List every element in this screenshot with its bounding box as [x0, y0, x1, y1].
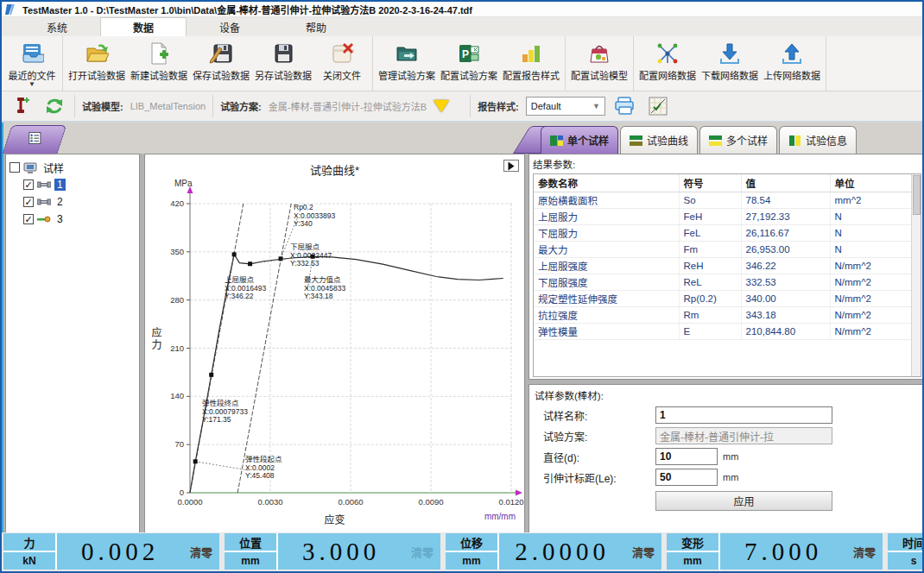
- open-data-button[interactable]: 打开试验数据: [66, 36, 128, 91]
- results-row[interactable]: 上屈服强度ReH346.22N/mm^2: [534, 258, 912, 274]
- config-network-button[interactable]: 配置网络数据: [636, 36, 699, 91]
- diameter-input[interactable]: [655, 448, 718, 465]
- results-row[interactable]: 原始横截面积So78.54mm^2: [534, 192, 912, 209]
- tree-item-2[interactable]: ✓ 2: [23, 193, 136, 211]
- menu-help[interactable]: 帮助: [273, 17, 359, 36]
- tab-test-curve[interactable]: 试验曲线: [620, 126, 698, 154]
- ribbon-group-network: 配置网络数据 下载网络数据 上传网络数据: [634, 36, 826, 91]
- new-data-button[interactable]: 新建试验数据: [128, 36, 190, 91]
- manage-scheme-folder-icon: [395, 41, 419, 66]
- svg-text:0.0030: 0.0030: [257, 497, 282, 507]
- svg-text:420: 420: [170, 198, 184, 208]
- col-unit[interactable]: 单位: [830, 174, 912, 192]
- results-cell: N/mm^2: [830, 324, 912, 340]
- results-panel: 结果参数: 参数名称 符号 值 单位 原始横截面积So78.54mm^: [528, 154, 924, 380]
- config-scheme-button[interactable]: P 配置试验方案: [438, 36, 500, 91]
- svg-text:弹性段终点: 弹性段终点: [202, 399, 239, 407]
- results-cell: 弹性模量: [534, 324, 679, 340]
- results-row[interactable]: 规定塑性延伸强度Rp(0.2)340.00N/mm^2: [534, 291, 912, 307]
- tab-label: 单个试样: [567, 133, 609, 148]
- tab-test-info[interactable]: 试验信息: [779, 126, 857, 154]
- save-data-button[interactable]: 保存试验数据: [190, 36, 252, 91]
- menu-system[interactable]: 系统: [14, 17, 100, 36]
- close-file-button[interactable]: 关闭文件: [314, 36, 370, 91]
- tab-single-specimen[interactable]: 单个试样: [541, 126, 618, 154]
- chart-popout-button[interactable]: [503, 160, 519, 172]
- x-axis-unit: mm/mm: [484, 512, 516, 521]
- status-bar: 力 kN 0.002 清零 位置 mm 3.000 清零 位移 mm 2.000…: [2, 532, 922, 571]
- root-checkbox[interactable]: [9, 162, 20, 173]
- report-style-select[interactable]: Default ▼: [526, 97, 605, 116]
- position-clear-button[interactable]: 清零: [404, 533, 440, 570]
- upload-network-button[interactable]: 上传网络数据: [761, 36, 823, 91]
- svg-text:Y:332.53: Y:332.53: [290, 259, 320, 268]
- item-checkbox[interactable]: ✓: [23, 214, 34, 224]
- results-scrollbar[interactable]: [911, 174, 921, 376]
- tree-item-3[interactable]: ✓ 3: [23, 211, 136, 228]
- stress-strain-chart[interactable]: 0701402102803504200.00000.00300.00600.00…: [145, 154, 524, 532]
- gauge-length-unit: mm: [723, 472, 738, 482]
- scheme-value: 金属-棒材-普通引伸计-拉伸试验方法B: [269, 99, 427, 113]
- menu-data[interactable]: 数据: [100, 17, 187, 36]
- specimen-name-input[interactable]: [655, 406, 832, 424]
- results-row[interactable]: 抗拉强度Rm343.18N/mm^2: [534, 307, 912, 324]
- results-row[interactable]: 上屈服力FeH27,192.33N: [534, 209, 912, 225]
- scrollbar-thumb[interactable]: [913, 175, 921, 215]
- save-as-data-button[interactable]: 另存试验数据: [252, 36, 314, 91]
- item-checkbox[interactable]: ✓: [23, 179, 34, 190]
- add-specimen-button[interactable]: [9, 94, 35, 118]
- scheme-warning-icon[interactable]: [434, 100, 449, 112]
- refresh-button[interactable]: [41, 94, 67, 118]
- results-row[interactable]: 弹性模量E210,844.80N/mm^2: [534, 324, 912, 340]
- report-preview-button[interactable]: [645, 94, 671, 118]
- item-checkbox[interactable]: ✓: [23, 197, 34, 207]
- tab-multi-specimen[interactable]: 多个试样: [699, 126, 777, 154]
- results-cell: 78.54: [741, 192, 830, 209]
- menu-device[interactable]: 设备: [187, 17, 273, 36]
- displacement-value: 2.0000: [499, 533, 625, 570]
- svg-text:70: 70: [174, 439, 184, 449]
- single-specimen-icon: [550, 135, 563, 147]
- col-value[interactable]: 值: [741, 174, 830, 192]
- results-cell: 规定塑性延伸强度: [534, 291, 679, 307]
- apply-button[interactable]: 应用: [655, 491, 832, 511]
- gauge-length-input[interactable]: [655, 469, 718, 486]
- channel-force: 力 kN 0.002 清零: [3, 533, 219, 570]
- print-report-button[interactable]: [612, 94, 638, 118]
- tab-sample-list[interactable]: [3, 125, 67, 154]
- multi-specimen-icon: [709, 135, 722, 147]
- col-symbol[interactable]: 符号: [679, 174, 741, 192]
- manage-scheme-button[interactable]: 管理试验方案: [376, 36, 438, 91]
- tree-item-1[interactable]: ✓ 1: [23, 176, 136, 193]
- download-network-button[interactable]: 下载网络数据: [699, 36, 761, 91]
- results-cell: 26,953.00: [741, 242, 830, 258]
- results-row[interactable]: 下屈服力FeL26,116.67N: [534, 225, 912, 242]
- svg-text:X:0.00079733: X:0.00079733: [202, 407, 248, 416]
- force-clear-button[interactable]: 清零: [183, 533, 219, 570]
- svg-text:最大力值点: 最大力值点: [304, 275, 341, 284]
- deformation-clear-button[interactable]: 清零: [846, 533, 883, 570]
- svg-text:0.0120: 0.0120: [498, 497, 523, 507]
- config-model-button[interactable]: 配置试验模型: [568, 36, 630, 91]
- results-row[interactable]: 最大力Fm26,953.00N: [534, 242, 912, 258]
- results-cell: 上屈服力: [534, 209, 679, 225]
- recent-files-button[interactable]: 最近的文件 ▼: [4, 36, 60, 91]
- results-table-wrap: 参数名称 符号 值 单位 原始横截面积So78.54mm^2上屈服力FeH27,…: [533, 173, 921, 377]
- param-row-name: 试样名称:: [543, 405, 920, 425]
- results-table[interactable]: 参数名称 符号 值 单位 原始横截面积So78.54mm^2上屈服力FeH27,…: [534, 174, 912, 340]
- col-param-name[interactable]: 参数名称: [534, 174, 679, 192]
- chevron-down-icon: ▼: [592, 102, 600, 110]
- results-row[interactable]: 下屈服强度ReL332.53N/mm^2: [534, 274, 912, 291]
- svg-text:350: 350: [170, 247, 184, 256]
- refresh-icon: [44, 96, 65, 116]
- displacement-clear-button[interactable]: 清零: [625, 533, 661, 570]
- tree-root-row[interactable]: 试样: [9, 159, 136, 176]
- specimen-tree-panel: 试样 ✓ 1 ✓ 2 ✓ 3: [5, 154, 140, 533]
- config-report-style-button[interactable]: 配置报告样式: [500, 36, 562, 91]
- report-style-bars-icon: [519, 41, 543, 66]
- menu-bar: 系统 数据 设备 帮助: [2, 17, 922, 36]
- scheme-field-input: [655, 427, 832, 444]
- config-model-bag-icon: [587, 41, 611, 66]
- results-cell: 346.22: [741, 258, 830, 274]
- save-as-data-label: 另存试验数据: [255, 68, 312, 82]
